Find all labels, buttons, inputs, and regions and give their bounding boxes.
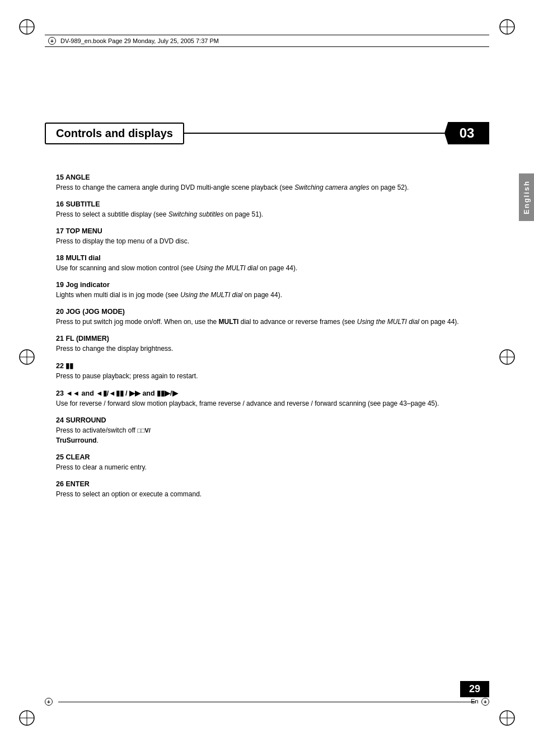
entry-23-title: 23 ◄◄ and ◄▮/◄▮▮ / ▶▶ and ▮▮▶/▶ xyxy=(56,389,467,397)
entry-20-body: Press to put switch jog mode on/off. Whe… xyxy=(56,317,467,327)
entry-25-body: Press to clear a numeric entry. xyxy=(56,462,467,472)
entry-20-title: 20 JOG (JOG MODE) xyxy=(56,308,467,316)
entry-25: 25 CLEAR Press to clear a numeric entry. xyxy=(56,453,467,472)
reg-mark-top-left xyxy=(17,17,37,37)
entry-17-body: Press to display the top menu of a DVD d… xyxy=(56,236,467,246)
reg-mark-bottom-left xyxy=(17,708,37,728)
bottom-bar xyxy=(45,698,489,706)
entry-15-body: Press to change the camera angle during … xyxy=(56,182,467,192)
reg-mark-mid-left xyxy=(17,347,37,367)
entry-18: 18 MULTI dial Use for scanning and slow … xyxy=(56,254,467,273)
entry-16: 16 SUBTITLE Press to select a subtitle d… xyxy=(56,200,467,219)
page-label: En xyxy=(460,698,489,705)
file-info-bar: DV-989_en.book Page 29 Monday, July 25, … xyxy=(45,35,489,47)
entry-26: 26 ENTER Press to select an option or ex… xyxy=(56,480,467,499)
top-bar-crosshair xyxy=(48,37,56,45)
entry-16-body: Press to select a subtitle display (see … xyxy=(56,209,467,219)
entry-24-title: 24 SURROUND xyxy=(56,416,467,424)
entry-26-title: 26 ENTER xyxy=(56,480,467,488)
file-info-text: DV-989_en.book Page 29 Monday, July 25, … xyxy=(60,37,219,44)
reg-mark-bottom-right xyxy=(497,708,517,728)
entry-20: 20 JOG (JOG MODE) Press to put switch jo… xyxy=(56,308,467,327)
entry-17: 17 TOP MENU Press to display the top men… xyxy=(56,227,467,246)
section-header: Controls and displays 03 xyxy=(45,122,489,144)
entry-18-title: 18 MULTI dial xyxy=(56,254,467,262)
entry-21: 21 FL (DIMMER) Press to change the displ… xyxy=(56,335,467,354)
entry-23-body: Use for reverse / forward slow motion pl… xyxy=(56,398,467,408)
entry-16-title: 16 SUBTITLE xyxy=(56,200,467,208)
entry-19: 19 Jog indicator Lights when multi dial … xyxy=(56,281,467,300)
main-content: 15 ANGLE Press to change the camera angl… xyxy=(56,173,467,507)
section-title: Controls and displays xyxy=(45,123,184,144)
entry-23: 23 ◄◄ and ◄▮/◄▮▮ / ▶▶ and ▮▮▶/▶ Use for … xyxy=(56,389,467,408)
entry-18-body: Use for scanning and slow motion control… xyxy=(56,263,467,273)
entry-26-body: Press to select an option or execute a c… xyxy=(56,489,467,499)
entry-22-title: 22 ▮▮ xyxy=(56,361,467,370)
bottom-line xyxy=(58,702,476,702)
entry-17-title: 17 TOP MENU xyxy=(56,227,467,235)
entry-25-title: 25 CLEAR xyxy=(56,453,467,461)
entry-22: 22 ▮▮ Press to pause playback; press aga… xyxy=(56,361,467,381)
section-header-line xyxy=(184,133,444,134)
reg-mark-top-right xyxy=(497,17,517,37)
chapter-badge: 03 xyxy=(444,122,489,144)
bottom-crosshair-left xyxy=(45,698,53,706)
entry-22-body: Press to pause playback; press again to … xyxy=(56,371,467,381)
entry-24: 24 SURROUND Press to activate/switch off… xyxy=(56,416,467,445)
language-tab: English xyxy=(519,173,534,221)
entry-15-title: 15 ANGLE xyxy=(56,173,467,181)
entry-19-body: Lights when multi dial is in jog mode (s… xyxy=(56,290,467,300)
entry-21-title: 21 FL (DIMMER) xyxy=(56,335,467,342)
entry-21-body: Press to change the display brightness. xyxy=(56,344,467,354)
entry-19-title: 19 Jog indicator xyxy=(56,281,467,289)
entry-24-body: Press to activate/switch off □□V/TruSurr… xyxy=(56,425,467,445)
page-number-badge: 29 xyxy=(460,681,489,697)
entry-15: 15 ANGLE Press to change the camera angl… xyxy=(56,173,467,192)
reg-mark-mid-right xyxy=(497,347,517,367)
